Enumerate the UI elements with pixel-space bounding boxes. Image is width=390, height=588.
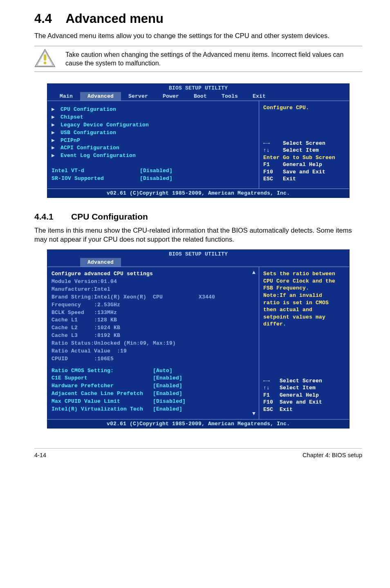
bios-screen-advanced: BIOS SETUP UTILITY Main Advanced Server … [47,83,350,198]
info-row: Cache L1 :128 KB [52,316,255,324]
setting-row[interactable]: C1E Support [Enabled] [52,375,255,382]
svg-point-3 [44,62,46,64]
page-footer: 4-14 Chapter 4: BIOS setup [34,452,362,458]
help-keys: ←→ Select Screen ↑↓ Select Item Enter Go… [263,140,345,183]
caution-note: Take caution when changing the settings … [34,46,362,72]
scroll-down-icon[interactable]: ▼ [252,411,256,417]
subsection-number: 4.4.1 [34,212,71,222]
bios-tabs: Main Advanced [47,258,349,267]
cpu-settings-header: Configure advanced CPU settings [52,270,255,278]
svg-rect-2 [44,54,46,61]
module-version: Module Version:01.04 [52,278,255,286]
menu-item[interactable]: ▶ Chipset [52,114,255,121]
bios-title: BIOS SETUP UTILITY [47,250,349,258]
menu-item[interactable]: ▶ CPU Configuration [52,106,255,114]
bios-screen-cpu-config: BIOS SETUP UTILITY Main Advanced ▲ ▼ Con… [47,249,350,428]
menu-item[interactable]: ▶ USB Configuration [52,129,255,137]
subsection-name: CPU Configuration [71,212,148,221]
info-row: Cache L3 :8192 KB [52,332,255,340]
subsection-intro: The items in this menu show the CPU-rela… [34,226,362,244]
tab-advanced[interactable]: Advanced [80,92,121,101]
help-context: Sets the ratio between CPU Core Clock an… [263,270,345,328]
tab-tools[interactable]: Tools [214,92,245,101]
scroll-up-icon[interactable]: ▲ [252,269,256,276]
bios-tabs: Main Advanced Server Power Boot Tools Ex… [47,92,349,101]
caution-icon [34,49,56,69]
menu-item[interactable]: ▶ PCIPnP [52,137,255,145]
bios-footer: v02.61 (C)Copyright 1985-2009, American … [47,419,349,428]
section-number: 4.4 [34,11,52,26]
tab-server[interactable]: Server [121,92,155,101]
menu-item[interactable]: ▶ ACPI Configuration [52,144,255,152]
setting-row[interactable]: SR-IOV Supported [Disabled] [52,175,255,183]
help-keys: ←→ Select Screen ↑↓ Select Item F1 Gener… [263,377,345,413]
intro-paragraph: The Advanced menu items allow you to cha… [34,31,362,40]
page-number: 4-14 [34,452,46,458]
bios-footer: v02.61 (C)Copyright 1985-2009, American … [47,189,349,197]
bios-help-pane: Configure CPU. ←→ Select Screen ↑↓ Selec… [259,101,349,189]
section-name: Advanced menu [65,11,163,26]
page-divider [34,448,362,449]
setting-row[interactable]: Max CPUID Value Limit [Disabled] [52,398,255,406]
tab-advanced[interactable]: Advanced [80,258,121,267]
bios-help-pane: Sets the ratio between CPU Core Clock an… [259,267,349,419]
tab-power[interactable]: Power [155,92,186,101]
tab-main[interactable]: Main [52,92,80,101]
tab-boot[interactable]: Boot [186,92,214,101]
info-row: BCLK Speed :133MHz [52,309,255,317]
info-row: Frequency :2.53GHz [52,301,255,309]
setting-row[interactable]: Adjacent Cache Line Prefetch [Enabled] [52,390,255,398]
info-row: Ratio Status:Unlocked (Min:09, Max:19) [52,340,255,348]
info-row: Ratio Actual Value :19 [52,348,255,355]
bios-left-pane: ▶ CPU Configuration ▶ Chipset ▶ Legacy D… [47,101,259,189]
subsection-title: 4.4.1CPU Configuration [34,212,362,222]
setting-row[interactable]: Intel(R) Virtualization Tech [Enabled] [52,406,255,413]
help-context: Configure CPU. [263,104,345,112]
info-row: CPUID :106E5 [52,355,255,363]
info-row: Brand String:Intel(R) Xeon(R) CPU X3440 [52,294,255,301]
info-row: Manufacturer:Intel [52,286,255,294]
caution-text: Take caution when changing the settings … [65,50,362,68]
info-row: Cache L2 :1024 KB [52,324,255,332]
bios-left-pane: ▲ ▼ Configure advanced CPU settings Modu… [47,267,259,419]
setting-row[interactable]: Intel VT-d [Disabled] [52,167,255,175]
menu-item[interactable]: ▶ Event Log Configuration [52,152,255,160]
menu-item[interactable]: ▶ Legacy Device Configuration [52,121,255,129]
tab-exit[interactable]: Exit [245,92,273,101]
chapter-label: Chapter 4: BIOS setup [303,452,362,458]
setting-row[interactable]: Ratio CMOS Setting: [Auto] [52,367,255,375]
bios-title: BIOS SETUP UTILITY [47,84,349,92]
section-title: 4.4 Advanced menu [34,11,362,26]
setting-row[interactable]: Hardware Prefetcher [Enabled] [52,382,255,390]
